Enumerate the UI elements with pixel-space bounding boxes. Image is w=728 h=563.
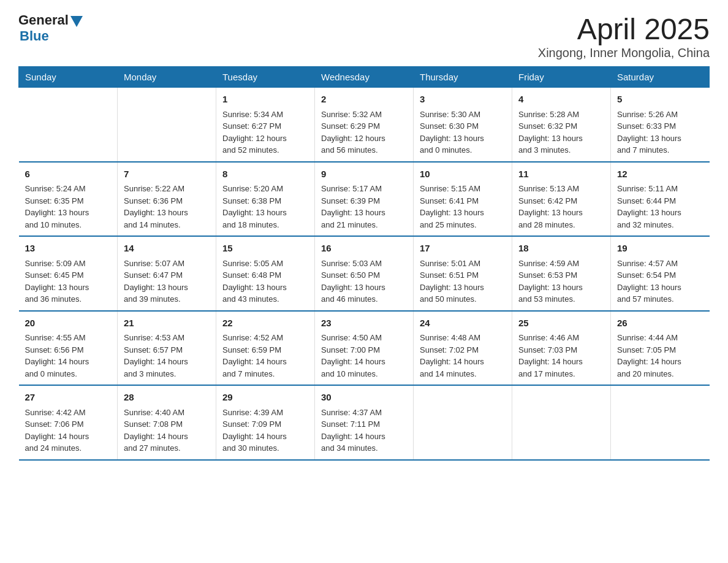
calendar-cell: 13Sunrise: 5:09 AMSunset: 6:45 PMDayligh…: [19, 236, 118, 311]
day-info-line: Sunset: 6:59 PM: [222, 344, 308, 356]
day-info-line: Sunset: 6:30 PM: [420, 120, 506, 132]
day-info-line: Daylight: 14 hours: [321, 356, 407, 368]
day-number: 26: [617, 316, 703, 331]
day-info-line: Sunrise: 5:34 AM: [222, 109, 308, 121]
header-day-friday: Friday: [512, 67, 611, 88]
header-day-monday: Monday: [118, 67, 216, 88]
day-info-line: and 24 minutes.: [25, 442, 112, 454]
day-info-line: Sunset: 6:45 PM: [25, 269, 112, 282]
day-info-line: Sunrise: 4:55 AM: [25, 332, 112, 344]
title-block: April 2025 Xingong, Inner Mongolia, Chin…: [538, 12, 710, 60]
day-info-line: and 0 minutes.: [25, 368, 112, 380]
day-info-line: Sunrise: 4:37 AM: [321, 407, 407, 419]
day-info-line: and 46 minutes.: [321, 293, 407, 305]
day-info-line: Sunset: 6:36 PM: [124, 195, 210, 207]
day-info-line: Daylight: 14 hours: [124, 356, 210, 368]
day-info-line: Sunset: 6:47 PM: [124, 269, 210, 282]
page-header: General Blue April 2025 Xingong, Inner M…: [18, 12, 710, 60]
calendar-cell: 17Sunrise: 5:01 AMSunset: 6:51 PMDayligh…: [414, 236, 512, 311]
logo-general-text: General: [18, 12, 69, 28]
day-info-line: Sunrise: 5:13 AM: [518, 183, 604, 195]
day-info-line: and 30 minutes.: [222, 442, 308, 454]
header-day-tuesday: Tuesday: [216, 67, 315, 88]
day-info-line: Daylight: 13 hours: [617, 282, 703, 294]
day-info-line: Sunrise: 5:15 AM: [420, 183, 506, 195]
day-info-line: Sunset: 6:57 PM: [124, 344, 210, 356]
day-number: 27: [25, 391, 112, 405]
calendar-cell: 20Sunrise: 4:55 AMSunset: 6:56 PMDayligh…: [19, 311, 118, 386]
day-info-line: and 17 minutes.: [518, 368, 604, 380]
day-info-line: Daylight: 14 hours: [222, 431, 308, 443]
day-info-line: Sunset: 6:33 PM: [617, 120, 703, 132]
day-info-line: Sunset: 6:41 PM: [420, 195, 506, 207]
day-info-line: and 10 minutes.: [321, 368, 407, 380]
day-number: 9: [321, 167, 407, 182]
day-info-line: and 0 minutes.: [420, 144, 506, 156]
day-info-line: Sunrise: 5:30 AM: [420, 109, 506, 121]
day-info-line: Daylight: 13 hours: [617, 132, 703, 145]
day-info-line: Daylight: 14 hours: [420, 356, 506, 368]
calendar-cell: 6Sunrise: 5:24 AMSunset: 6:35 PMDaylight…: [19, 162, 118, 237]
day-info-line: Sunrise: 5:03 AM: [321, 258, 407, 270]
day-info-line: Sunrise: 4:46 AM: [518, 332, 604, 344]
day-info-line: Daylight: 13 hours: [518, 282, 604, 294]
day-number: 8: [222, 167, 308, 182]
day-info-line: Daylight: 13 hours: [420, 282, 506, 294]
calendar-cell: 16Sunrise: 5:03 AMSunset: 6:50 PMDayligh…: [315, 236, 414, 311]
day-info-line: Sunset: 6:53 PM: [518, 269, 604, 282]
day-number: 19: [617, 242, 703, 256]
day-info-line: Sunrise: 5:24 AM: [25, 183, 112, 195]
day-info-line: and 34 minutes.: [321, 442, 407, 454]
day-info-line: and 43 minutes.: [222, 293, 308, 305]
day-info-line: and 50 minutes.: [420, 293, 506, 305]
day-info-line: and 32 minutes.: [617, 219, 703, 231]
day-number: 24: [420, 316, 506, 331]
calendar-cell: 23Sunrise: 4:50 AMSunset: 7:00 PMDayligh…: [315, 311, 414, 386]
day-number: 1: [222, 93, 308, 107]
calendar-cell: [414, 385, 512, 460]
calendar-cell: 22Sunrise: 4:52 AMSunset: 6:59 PMDayligh…: [216, 311, 315, 386]
day-info-line: Sunset: 6:51 PM: [420, 269, 506, 282]
day-info-line: Daylight: 14 hours: [25, 431, 112, 443]
calendar-week-row: 13Sunrise: 5:09 AMSunset: 6:45 PMDayligh…: [19, 236, 710, 311]
day-number: 21: [124, 316, 210, 331]
day-info-line: and 36 minutes.: [25, 293, 112, 305]
day-info-line: Daylight: 14 hours: [124, 431, 210, 443]
calendar-cell: 26Sunrise: 4:44 AMSunset: 7:05 PMDayligh…: [611, 311, 710, 386]
header-day-sunday: Sunday: [19, 67, 118, 88]
day-info-line: Daylight: 13 hours: [321, 282, 407, 294]
day-info-line: Sunrise: 5:22 AM: [124, 183, 210, 195]
day-info-line: Sunrise: 5:07 AM: [124, 258, 210, 270]
day-number: 23: [321, 316, 407, 331]
day-info-line: Daylight: 12 hours: [222, 132, 308, 145]
logo: General Blue: [18, 12, 83, 44]
day-info-line: Sunset: 6:29 PM: [321, 120, 407, 132]
day-info-line: and 7 minutes.: [617, 144, 703, 156]
calendar-week-row: 1Sunrise: 5:34 AMSunset: 6:27 PMDaylight…: [19, 88, 710, 162]
day-info-line: Daylight: 14 hours: [321, 431, 407, 443]
day-number: 10: [420, 167, 506, 182]
day-info-line: Daylight: 13 hours: [25, 207, 112, 219]
calendar-cell: [118, 88, 216, 162]
day-info-line: Sunset: 6:50 PM: [321, 269, 407, 282]
day-info-line: and 53 minutes.: [518, 293, 604, 305]
day-info-line: Sunset: 7:02 PM: [420, 344, 506, 356]
day-info-line: Sunrise: 4:52 AM: [222, 332, 308, 344]
day-number: 17: [420, 242, 506, 256]
day-info-line: and 18 minutes.: [222, 219, 308, 231]
day-info-line: Sunset: 6:35 PM: [25, 195, 112, 207]
day-info-line: Sunrise: 4:57 AM: [617, 258, 703, 270]
header-day-saturday: Saturday: [611, 67, 710, 88]
header-day-wednesday: Wednesday: [315, 67, 414, 88]
day-info-line: Sunset: 7:11 PM: [321, 418, 407, 431]
calendar-cell: [19, 88, 118, 162]
day-info-line: Sunrise: 4:50 AM: [321, 332, 407, 344]
calendar-cell: 28Sunrise: 4:40 AMSunset: 7:08 PMDayligh…: [118, 385, 216, 460]
calendar-cell: 29Sunrise: 4:39 AMSunset: 7:09 PMDayligh…: [216, 385, 315, 460]
day-number: 5: [617, 93, 703, 107]
day-info-line: Daylight: 13 hours: [420, 132, 506, 145]
day-number: 18: [518, 242, 604, 256]
day-info-line: Daylight: 14 hours: [518, 356, 604, 368]
day-info-line: Daylight: 12 hours: [321, 132, 407, 145]
day-info-line: Sunset: 6:42 PM: [518, 195, 604, 207]
